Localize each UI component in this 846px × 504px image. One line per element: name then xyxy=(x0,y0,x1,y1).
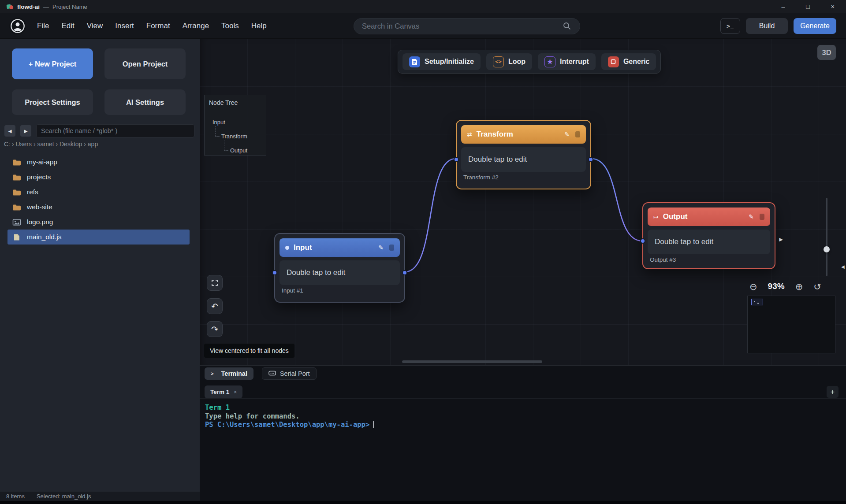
edit-pencil-icon[interactable]: ✎ xyxy=(749,213,754,220)
serial-port-icon xyxy=(268,370,276,377)
fit-view-tooltip: View centered to fit all nodes xyxy=(204,344,294,358)
node-handle-icon[interactable] xyxy=(760,214,764,220)
new-project-button[interactable]: + New Project xyxy=(12,48,93,79)
node-input-body[interactable]: Double tap to edit xyxy=(280,260,400,285)
edit-pencil-icon[interactable]: ✎ xyxy=(378,244,384,251)
bottom-strip xyxy=(0,501,846,504)
edit-pencil-icon[interactable]: ✎ xyxy=(564,131,570,138)
terminal-tabs: >_ Terminal Serial Port xyxy=(205,367,317,380)
generate-button[interactable]: Generate xyxy=(794,18,836,34)
fit-view-button[interactable] xyxy=(207,275,223,291)
transform-port-right[interactable] xyxy=(588,157,593,162)
zoom-out-button[interactable]: ⊖ xyxy=(749,282,757,291)
minimap[interactable] xyxy=(747,296,835,353)
tab-terminal[interactable]: >_ Terminal xyxy=(205,367,253,380)
node-handle-icon[interactable] xyxy=(575,131,580,137)
open-project-button[interactable]: Open Project xyxy=(104,48,186,79)
file-row[interactable]: web-site xyxy=(0,200,200,215)
node-transform-footer: Transform #2 xyxy=(463,174,590,181)
menu-view[interactable]: View xyxy=(87,22,103,30)
file-name: logo.png xyxy=(27,218,53,226)
output-node-icon: ↦ xyxy=(653,213,659,220)
canvas[interactable]: Setup/Initialize <> Loop ★ Interrupt Gen… xyxy=(200,39,846,365)
palette-item-setup[interactable]: Setup/Initialize xyxy=(403,53,481,70)
palette-item-loop[interactable]: <> Loop xyxy=(486,53,532,70)
node-output[interactable]: ↦ Output ✎ Double tap to edit Output #3 … xyxy=(642,202,775,269)
undo-button[interactable]: ↶ xyxy=(207,298,223,314)
prompt-text: PS C:\Users\samet\Desktop\app\my-ai-app> xyxy=(205,421,369,429)
ai-settings-button[interactable]: AI Settings xyxy=(104,89,186,115)
status-item-count: 8 items xyxy=(6,493,25,500)
minimap-viewport[interactable] xyxy=(751,299,763,305)
file-row[interactable]: logo.png xyxy=(0,215,200,230)
node-transform-header[interactable]: ⇄ Transform ✎ xyxy=(461,125,586,144)
palette-item-interrupt[interactable]: ★ Interrupt xyxy=(538,53,596,70)
palette-item-generic[interactable]: Generic xyxy=(601,53,656,70)
node-transform-body[interactable]: Double tap to edit xyxy=(461,147,586,172)
tab-serial-port[interactable]: Serial Port xyxy=(262,367,317,380)
terminal-output[interactable]: Term 1 Type help for commands. PS C:\Use… xyxy=(205,404,378,430)
close-session-icon[interactable]: × xyxy=(234,389,237,395)
collapse-panel-icon[interactable]: ◀ xyxy=(841,264,845,269)
add-terminal-button[interactable]: + xyxy=(827,386,839,398)
titlebar: flowd-ai — Project Name – □ × xyxy=(0,0,846,13)
node-output-header[interactable]: ↦ Output ✎ xyxy=(648,208,770,226)
menu-edit[interactable]: Edit xyxy=(61,22,74,30)
terminal-panel: >_ Terminal Serial Port Term 1 × + Term … xyxy=(200,365,846,501)
file-search-input[interactable] xyxy=(36,124,194,137)
node-input-header[interactable]: Input ✎ xyxy=(280,238,400,257)
menu-arrange[interactable]: Arrange xyxy=(183,22,209,30)
vertical-scrollbar[interactable] xyxy=(826,198,827,276)
tree-item-transform[interactable]: Transform xyxy=(221,133,247,140)
terminal-toggle-button[interactable]: >_ xyxy=(720,18,740,34)
zoom-reset-button[interactable]: ↺ xyxy=(813,282,821,291)
history-back-button[interactable]: ◀ xyxy=(4,125,15,137)
build-button[interactable]: Build xyxy=(746,18,788,34)
node-transform[interactable]: ⇄ Transform ✎ Double tap to edit Transfo… xyxy=(456,120,591,189)
session-divider xyxy=(200,398,846,399)
scrollbar-knob[interactable] xyxy=(824,246,830,252)
output-port-left[interactable] xyxy=(640,238,645,244)
node-title: Transform xyxy=(477,130,513,139)
node-tree-panel: Node Tree Input Transform Output xyxy=(204,95,266,156)
breadcrumb[interactable]: C: › Users › samet › Desktop › app xyxy=(4,141,98,148)
file-row-selected[interactable]: main_old.js xyxy=(7,230,190,245)
terminal-session-tab[interactable]: Term 1 × xyxy=(205,385,242,398)
input-port-left[interactable] xyxy=(272,270,277,275)
palette-item-label: Generic xyxy=(623,58,650,66)
node-handle-icon[interactable] xyxy=(389,245,394,251)
node-palette: Setup/Initialize <> Loop ★ Interrupt Gen… xyxy=(398,50,661,74)
menu-tools[interactable]: Tools xyxy=(221,22,239,30)
node-output-body[interactable]: Double tap to edit xyxy=(648,230,770,254)
menubar: File Edit View Insert Format Arrange Too… xyxy=(0,13,846,39)
canvas-search-input[interactable] xyxy=(354,18,580,34)
menu-format[interactable]: Format xyxy=(146,22,170,30)
minimize-button[interactable]: – xyxy=(782,3,785,10)
file-row[interactable]: my-ai-app xyxy=(0,155,200,170)
file-row[interactable]: projects xyxy=(0,170,200,185)
node-input[interactable]: Input ✎ Double tap to edit Input #1 xyxy=(274,233,405,303)
maximize-button[interactable]: □ xyxy=(806,3,809,10)
output-arrow-icon: ▶ xyxy=(779,237,783,242)
redo-button[interactable]: ↷ xyxy=(207,321,223,337)
palette-item-label: Interrupt xyxy=(560,58,589,66)
horizontal-scrollbar[interactable] xyxy=(402,360,542,363)
tree-item-input[interactable]: Input xyxy=(212,119,225,126)
terminal-line: Type help for commands. xyxy=(205,412,378,421)
tree-connector xyxy=(224,140,228,151)
menu-help[interactable]: Help xyxy=(251,22,267,30)
menu-insert[interactable]: Insert xyxy=(115,22,134,30)
history-forward-button[interactable]: ▶ xyxy=(20,125,31,137)
close-button[interactable]: × xyxy=(831,3,835,10)
star-icon: ★ xyxy=(544,56,555,67)
input-port-right[interactable] xyxy=(402,270,407,275)
zoom-in-button[interactable]: ⊕ xyxy=(795,282,803,291)
user-avatar[interactable] xyxy=(9,18,26,34)
3d-mode-badge[interactable]: 3D xyxy=(817,45,836,60)
project-settings-button[interactable]: Project Settings xyxy=(12,89,93,115)
transform-port-left[interactable] xyxy=(454,157,459,162)
menu-file[interactable]: File xyxy=(37,22,49,30)
tree-item-output[interactable]: Output xyxy=(230,147,247,154)
file-row[interactable]: refs xyxy=(0,185,200,200)
folder-icon xyxy=(12,159,21,166)
